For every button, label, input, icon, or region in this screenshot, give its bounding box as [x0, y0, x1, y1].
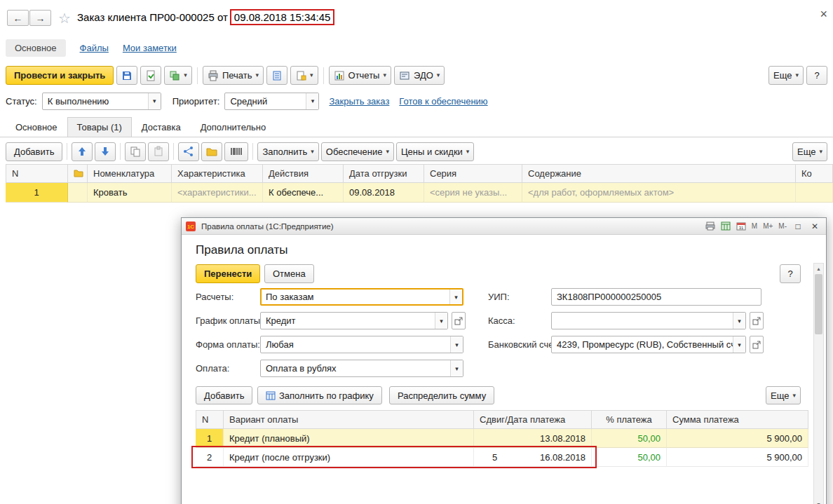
- col-sum[interactable]: Сумма платежа: [667, 410, 808, 429]
- calculator-icon[interactable]: [719, 221, 732, 232]
- cell-sum[interactable]: 5 900,00: [667, 448, 808, 467]
- cashbox-open-button[interactable]: [750, 312, 764, 329]
- move-down-button[interactable]: [95, 142, 116, 161]
- ready-for-supply-link[interactable]: Готов к обеспечению: [399, 96, 487, 107]
- back-button[interactable]: ←: [7, 10, 29, 26]
- table-row[interactable]: 2 Кредит (после отгрузки) 5 16.08.2018 5…: [196, 448, 808, 467]
- edo-button[interactable]: ЭДО ▾: [394, 66, 445, 85]
- tab-additional[interactable]: Дополнительно: [191, 117, 276, 137]
- cell-percent[interactable]: 50,00: [592, 429, 667, 448]
- selection-button[interactable]: [201, 142, 222, 161]
- cell-content[interactable]: <для работ, оформляемых актом>: [522, 183, 796, 203]
- bank-account-select[interactable]: 4239, Промресурс (RUB), Собственный сч ▾: [551, 336, 746, 353]
- col-nomenclature[interactable]: Номенклатура: [88, 164, 172, 183]
- distribute-sum-button[interactable]: Распределить сумму: [389, 386, 494, 404]
- col-series[interactable]: Серия: [424, 164, 522, 183]
- cell-picture[interactable]: [68, 183, 88, 203]
- cell-n[interactable]: 1: [196, 429, 224, 448]
- bank-account-open-button[interactable]: [750, 336, 764, 353]
- payment-more-button[interactable]: Еще ▾: [766, 386, 801, 404]
- chevron-down-icon[interactable]: ▾: [450, 336, 463, 353]
- post-document-button[interactable]: [140, 66, 161, 85]
- table-row[interactable]: 1 Кровать <характеристики... К обеспече.…: [6, 183, 833, 203]
- dialog-help-button[interactable]: ?: [780, 264, 801, 283]
- col-content[interactable]: Содержание: [522, 164, 796, 183]
- payment-add-button[interactable]: Добавить: [196, 386, 252, 404]
- col-ship-date[interactable]: Дата отгрузки: [344, 164, 424, 183]
- add-row-button[interactable]: Добавить: [6, 142, 62, 161]
- chevron-down-icon[interactable]: ▾: [733, 336, 745, 353]
- cell-percent[interactable]: 50,00: [592, 448, 667, 467]
- create-based-on-button[interactable]: ▾: [164, 66, 192, 85]
- cashbox-select[interactable]: ▾: [551, 312, 746, 329]
- cell-characteristic[interactable]: <характеристики...: [172, 183, 263, 203]
- chevron-down-icon[interactable]: ▾: [435, 313, 447, 329]
- share-button[interactable]: [178, 142, 199, 161]
- cell-n[interactable]: 1: [6, 183, 68, 203]
- uip-field[interactable]: ЗК1808ПР000000250005: [551, 288, 761, 306]
- col-variant[interactable]: Вариант оплаты: [224, 410, 474, 429]
- more-button[interactable]: Еще ▾: [768, 66, 804, 85]
- schedule-open-button[interactable]: [452, 312, 466, 329]
- chevron-down-icon[interactable]: ▾: [148, 93, 161, 109]
- memory-icon[interactable]: M: [750, 222, 759, 230]
- goods-more-button[interactable]: Еще ▾: [792, 142, 827, 161]
- col-n[interactable]: N: [196, 410, 224, 429]
- cancel-button[interactable]: Отмена: [264, 264, 314, 283]
- prices-discounts-button[interactable]: Цены и скидки ▾: [396, 142, 474, 161]
- cell-shift-date[interactable]: 13.08.2018: [474, 429, 592, 448]
- post-and-close-button[interactable]: Провести и закрыть: [6, 66, 114, 85]
- cell-sum[interactable]: 5 900,00: [667, 429, 808, 448]
- col-percent[interactable]: % платежа: [592, 410, 667, 429]
- help-button[interactable]: ?: [806, 66, 827, 85]
- cell-shift-date[interactable]: 5 16.08.2018: [474, 448, 592, 467]
- dialog-close-button[interactable]: ✕: [808, 220, 822, 233]
- col-qty[interactable]: Ко: [796, 164, 833, 183]
- tab-goods[interactable]: Товары (1): [67, 117, 132, 137]
- paste-row-button[interactable]: [148, 142, 169, 161]
- memory-plus-icon[interactable]: M+: [761, 222, 774, 230]
- dialog-titlebar[interactable]: 1С Правила оплаты (1С:Предприятие) 31 M …: [182, 218, 826, 235]
- window-close-button[interactable]: ×: [820, 7, 827, 22]
- status-select[interactable]: К выполнению ▾: [42, 93, 161, 110]
- payment-form-select[interactable]: Любая ▾: [260, 336, 463, 353]
- cell-ship-date[interactable]: 09.08.2018: [344, 183, 424, 203]
- reports-button[interactable]: Отчеты ▾: [329, 66, 391, 85]
- document-journal-button[interactable]: [266, 66, 287, 85]
- scroll-down-icon[interactable]: ▼: [814, 499, 823, 504]
- maximize-button[interactable]: □: [791, 220, 805, 233]
- settlements-select[interactable]: По заказам ▾: [260, 288, 463, 306]
- tab-delivery[interactable]: Доставка: [132, 117, 191, 137]
- transfer-button[interactable]: Перенести: [196, 264, 260, 283]
- chevron-down-icon[interactable]: ▾: [449, 290, 462, 304]
- save-button[interactable]: [116, 66, 137, 85]
- priority-select[interactable]: Средний ▾: [224, 93, 319, 110]
- barcode-scan-button[interactable]: [224, 142, 248, 161]
- chevron-down-icon[interactable]: ▾: [306, 93, 318, 109]
- dialog-scrollbar[interactable]: ▲ ▼: [813, 263, 824, 504]
- supply-button[interactable]: Обеспечение ▾: [321, 142, 394, 161]
- table-row[interactable]: 1 Кредит (плановый) 13.08.2018 50,00 5 9…: [196, 429, 808, 448]
- nav-tab-files[interactable]: Файлы: [80, 43, 109, 53]
- close-order-link[interactable]: Закрыть заказ: [329, 96, 389, 107]
- memory-minus-icon[interactable]: M-: [777, 222, 788, 230]
- fill-button[interactable]: Заполнить ▾: [257, 142, 318, 161]
- scroll-up-icon[interactable]: ▲: [814, 264, 823, 273]
- cell-nomenclature[interactable]: Кровать: [88, 183, 172, 203]
- cell-series[interactable]: <серия не указы...: [424, 183, 522, 203]
- cell-qty[interactable]: [796, 183, 833, 203]
- scrollbar-thumb[interactable]: [815, 274, 822, 334]
- chevron-down-icon[interactable]: ▾: [733, 313, 745, 329]
- cell-actions[interactable]: К обеспече...: [263, 183, 344, 203]
- col-shift-date[interactable]: Сдвиг/Дата платежа: [474, 410, 592, 429]
- forward-button[interactable]: →: [29, 10, 51, 26]
- cell-variant[interactable]: Кредит (плановый): [224, 429, 474, 448]
- payment-select[interactable]: Оплата в рублях ▾: [260, 360, 463, 377]
- fill-by-schedule-button[interactable]: Заполнить по графику: [257, 386, 382, 404]
- copy-row-button[interactable]: [125, 142, 146, 161]
- additional-actions-button[interactable]: ▾: [290, 66, 318, 85]
- col-picture[interactable]: [68, 164, 88, 183]
- col-n[interactable]: N: [6, 164, 68, 183]
- move-up-button[interactable]: [72, 142, 93, 161]
- nav-tab-notes[interactable]: Мои заметки: [123, 43, 177, 53]
